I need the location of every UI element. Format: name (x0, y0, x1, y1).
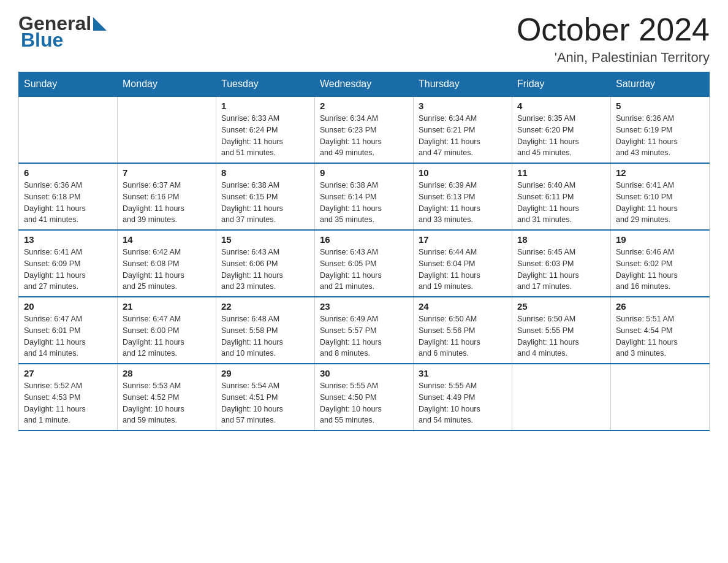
day-number: 4 (517, 101, 605, 111)
calendar-day-header: Friday (512, 72, 611, 97)
calendar-cell (512, 364, 611, 431)
calendar-cell: 6Sunrise: 6:36 AM Sunset: 6:18 PM Daylig… (19, 163, 118, 230)
calendar-cell: 5Sunrise: 6:36 AM Sunset: 6:19 PM Daylig… (611, 96, 710, 163)
day-info: Sunrise: 5:54 AM Sunset: 4:51 PM Dayligh… (221, 380, 309, 426)
day-info: Sunrise: 6:50 AM Sunset: 5:55 PM Dayligh… (517, 313, 605, 359)
day-number: 20 (24, 301, 112, 312)
calendar-cell: 4Sunrise: 6:35 AM Sunset: 6:20 PM Daylig… (512, 96, 611, 163)
calendar-cell (118, 96, 216, 163)
day-info: Sunrise: 6:48 AM Sunset: 5:58 PM Dayligh… (221, 313, 309, 359)
day-number: 2 (320, 101, 408, 111)
day-number: 26 (616, 301, 704, 312)
day-info: Sunrise: 6:44 AM Sunset: 6:04 PM Dayligh… (419, 247, 507, 293)
day-number: 25 (517, 301, 605, 312)
day-number: 19 (616, 234, 704, 245)
day-number: 9 (320, 167, 408, 178)
day-info: Sunrise: 6:41 AM Sunset: 6:10 PM Dayligh… (616, 180, 704, 226)
calendar-day-header: Monday (118, 72, 216, 97)
day-number: 28 (123, 368, 211, 378)
day-info: Sunrise: 6:37 AM Sunset: 6:16 PM Dayligh… (123, 180, 211, 226)
day-number: 16 (320, 234, 408, 245)
day-number: 29 (221, 368, 309, 378)
day-info: Sunrise: 5:55 AM Sunset: 4:50 PM Dayligh… (320, 380, 408, 426)
day-number: 18 (517, 234, 605, 245)
calendar-cell: 28Sunrise: 5:53 AM Sunset: 4:52 PM Dayli… (118, 364, 216, 431)
day-number: 3 (419, 101, 507, 111)
day-info: Sunrise: 6:38 AM Sunset: 6:15 PM Dayligh… (221, 180, 309, 226)
logo-triangle-icon (93, 17, 107, 31)
day-number: 14 (123, 234, 211, 245)
day-number: 10 (419, 167, 507, 178)
month-title: October 2024 (517, 12, 710, 47)
day-info: Sunrise: 5:51 AM Sunset: 4:54 PM Dayligh… (616, 313, 704, 359)
calendar-cell (19, 96, 118, 163)
day-number: 1 (221, 101, 309, 111)
calendar-cell: 31Sunrise: 5:55 AM Sunset: 4:49 PM Dayli… (414, 364, 512, 431)
day-number: 27 (24, 368, 112, 378)
page-header: General Blue October 2024 'Anin, Palesti… (18, 12, 710, 66)
calendar-header-row: SundayMondayTuesdayWednesdayThursdayFrid… (19, 72, 710, 97)
calendar-cell: 2Sunrise: 6:34 AM Sunset: 6:23 PM Daylig… (315, 96, 414, 163)
logo: General Blue (18, 12, 107, 52)
day-info: Sunrise: 6:43 AM Sunset: 6:06 PM Dayligh… (221, 247, 309, 293)
day-info: Sunrise: 6:38 AM Sunset: 6:14 PM Dayligh… (320, 180, 408, 226)
calendar-week-row: 6Sunrise: 6:36 AM Sunset: 6:18 PM Daylig… (19, 163, 710, 230)
calendar-cell: 9Sunrise: 6:38 AM Sunset: 6:14 PM Daylig… (315, 163, 414, 230)
day-info: Sunrise: 6:42 AM Sunset: 6:08 PM Dayligh… (123, 247, 211, 293)
calendar-cell: 23Sunrise: 6:49 AM Sunset: 5:57 PM Dayli… (315, 297, 414, 364)
day-info: Sunrise: 6:36 AM Sunset: 6:19 PM Dayligh… (616, 113, 704, 159)
calendar-day-header: Wednesday (315, 72, 414, 97)
calendar-cell: 8Sunrise: 6:38 AM Sunset: 6:15 PM Daylig… (216, 163, 315, 230)
calendar-table: SundayMondayTuesdayWednesdayThursdayFrid… (18, 72, 710, 431)
day-number: 15 (221, 234, 309, 245)
calendar-cell: 14Sunrise: 6:42 AM Sunset: 6:08 PM Dayli… (118, 230, 216, 297)
calendar-day-header: Tuesday (216, 72, 315, 97)
day-info: Sunrise: 6:39 AM Sunset: 6:13 PM Dayligh… (419, 180, 507, 226)
day-number: 8 (221, 167, 309, 178)
day-number: 17 (419, 234, 507, 245)
day-info: Sunrise: 5:52 AM Sunset: 4:53 PM Dayligh… (24, 380, 112, 426)
calendar-cell: 19Sunrise: 6:46 AM Sunset: 6:02 PM Dayli… (611, 230, 710, 297)
calendar-cell: 21Sunrise: 6:47 AM Sunset: 6:00 PM Dayli… (118, 297, 216, 364)
calendar-day-header: Saturday (611, 72, 710, 97)
calendar-week-row: 20Sunrise: 6:47 AM Sunset: 6:01 PM Dayli… (19, 297, 710, 364)
calendar-cell: 13Sunrise: 6:41 AM Sunset: 6:09 PM Dayli… (19, 230, 118, 297)
logo-blue-text: Blue (21, 29, 63, 52)
calendar-cell: 18Sunrise: 6:45 AM Sunset: 6:03 PM Dayli… (512, 230, 611, 297)
day-number: 11 (517, 167, 605, 178)
day-info: Sunrise: 6:34 AM Sunset: 6:23 PM Dayligh… (320, 113, 408, 159)
calendar-cell: 7Sunrise: 6:37 AM Sunset: 6:16 PM Daylig… (118, 163, 216, 230)
calendar-cell: 17Sunrise: 6:44 AM Sunset: 6:04 PM Dayli… (414, 230, 512, 297)
day-info: Sunrise: 6:43 AM Sunset: 6:05 PM Dayligh… (320, 247, 408, 293)
day-number: 6 (24, 167, 112, 178)
day-number: 31 (419, 368, 507, 378)
calendar-cell: 26Sunrise: 5:51 AM Sunset: 4:54 PM Dayli… (611, 297, 710, 364)
day-info: Sunrise: 6:34 AM Sunset: 6:21 PM Dayligh… (419, 113, 507, 159)
calendar-cell (611, 364, 710, 431)
calendar-cell: 11Sunrise: 6:40 AM Sunset: 6:11 PM Dayli… (512, 163, 611, 230)
calendar-cell: 20Sunrise: 6:47 AM Sunset: 6:01 PM Dayli… (19, 297, 118, 364)
day-info: Sunrise: 5:53 AM Sunset: 4:52 PM Dayligh… (123, 380, 211, 426)
day-number: 23 (320, 301, 408, 312)
day-info: Sunrise: 5:55 AM Sunset: 4:49 PM Dayligh… (419, 380, 507, 426)
title-section: October 2024 'Anin, Palestinian Territor… (517, 12, 710, 66)
day-info: Sunrise: 6:40 AM Sunset: 6:11 PM Dayligh… (517, 180, 605, 226)
day-info: Sunrise: 6:47 AM Sunset: 6:01 PM Dayligh… (24, 313, 112, 359)
day-info: Sunrise: 6:45 AM Sunset: 6:03 PM Dayligh… (517, 247, 605, 293)
calendar-cell: 24Sunrise: 6:50 AM Sunset: 5:56 PM Dayli… (414, 297, 512, 364)
calendar-cell: 10Sunrise: 6:39 AM Sunset: 6:13 PM Dayli… (414, 163, 512, 230)
calendar-week-row: 1Sunrise: 6:33 AM Sunset: 6:24 PM Daylig… (19, 96, 710, 163)
calendar-cell: 30Sunrise: 5:55 AM Sunset: 4:50 PM Dayli… (315, 364, 414, 431)
calendar-cell: 29Sunrise: 5:54 AM Sunset: 4:51 PM Dayli… (216, 364, 315, 431)
day-info: Sunrise: 6:36 AM Sunset: 6:18 PM Dayligh… (24, 180, 112, 226)
day-number: 7 (123, 167, 211, 178)
calendar-cell: 12Sunrise: 6:41 AM Sunset: 6:10 PM Dayli… (611, 163, 710, 230)
day-number: 22 (221, 301, 309, 312)
calendar-cell: 25Sunrise: 6:50 AM Sunset: 5:55 PM Dayli… (512, 297, 611, 364)
day-info: Sunrise: 6:35 AM Sunset: 6:20 PM Dayligh… (517, 113, 605, 159)
day-number: 13 (24, 234, 112, 245)
day-info: Sunrise: 6:50 AM Sunset: 5:56 PM Dayligh… (419, 313, 507, 359)
location-title: 'Anin, Palestinian Territory (517, 50, 710, 66)
calendar-cell: 3Sunrise: 6:34 AM Sunset: 6:21 PM Daylig… (414, 96, 512, 163)
calendar-cell: 15Sunrise: 6:43 AM Sunset: 6:06 PM Dayli… (216, 230, 315, 297)
